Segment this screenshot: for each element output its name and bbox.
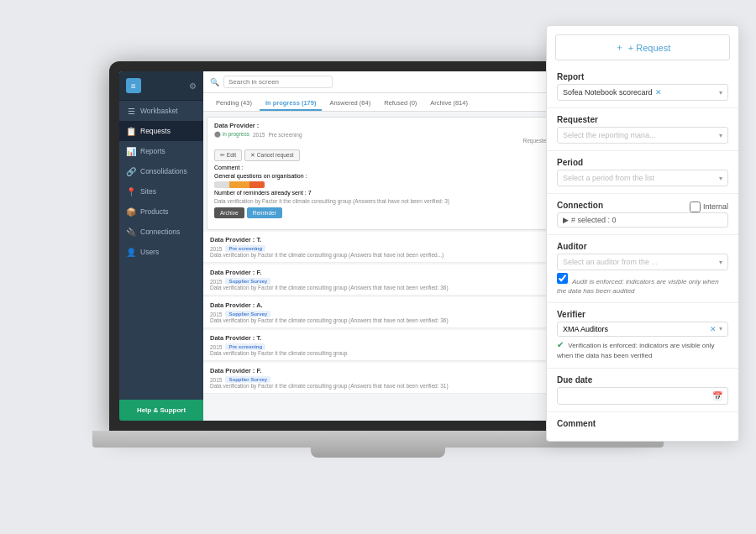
archive-button[interactable]: Archive <box>214 207 244 218</box>
gear-icon[interactable]: ⚙ <box>189 81 197 91</box>
request-title: Data Provider : <box>214 122 259 129</box>
chevron-down-icon: ▾ <box>719 132 722 139</box>
year: 2015 <box>210 344 222 350</box>
scene: ≡ ⚙ ☰ Workbasket 📋 Requests 📊 Reports <box>0 0 756 534</box>
connection-label: Connection <box>557 201 603 210</box>
sidebar-item-sites[interactable]: 📍 Sites <box>119 181 203 202</box>
sidebar-item-label: Products <box>140 207 169 216</box>
users-icon: 👤 <box>126 247 136 257</box>
audit-enforced-checkbox[interactable] <box>557 273 568 284</box>
connection-section: Connection Internal ▶ # selected : 0 <box>547 197 738 231</box>
divider <box>547 193 738 194</box>
check-icon: ✔ <box>557 340 564 349</box>
sidebar-item-requests[interactable]: 📋 Requests <box>119 121 203 141</box>
auditor-placeholder: Select an auditor from the ... <box>563 258 658 266</box>
chevron-down-icon: ▾ <box>719 89 722 97</box>
sidebar-item-label: Workbasket <box>140 107 178 115</box>
reports-icon: 📊 <box>126 146 136 156</box>
report-select[interactable]: Sofea Notebook scorecard ✕ ▾ <box>557 84 728 101</box>
divider <box>547 302 738 303</box>
sidebar-item-workbasket[interactable]: ☰ Workbasket <box>119 101 203 121</box>
tab-archive[interactable]: Archive (814) <box>424 97 474 111</box>
tab-answered[interactable]: Answered (64) <box>323 97 376 111</box>
period-select[interactable]: Select a period from the list ▾ <box>557 170 728 186</box>
prescreening-text: Pre screening <box>268 132 302 138</box>
divider <box>547 107 738 108</box>
requester-section: Requester Select the reporting mana... ▾ <box>547 112 738 147</box>
prescreening-badge: Supplier Survey <box>225 278 270 285</box>
prescreening-badge: Pre screening <box>225 245 265 252</box>
year: 2015 <box>253 132 265 138</box>
sites-icon: 📍 <box>126 186 136 196</box>
chevron-down-icon: ▾ <box>719 325 722 333</box>
connection-row: Connection Internal <box>557 201 728 212</box>
sidebar: ≡ ⚙ ☰ Workbasket 📋 Requests 📊 Reports <box>119 71 203 421</box>
internal-checkbox-row: Internal <box>690 202 728 212</box>
sidebar-item-reports[interactable]: 📊 Reports <box>119 141 203 161</box>
year: 2015 <box>210 246 222 252</box>
report-value: Sofea Notebook scorecard ✕ <box>563 88 662 97</box>
auditor-section: Auditor Select an auditor from the ... ▾… <box>547 238 738 299</box>
search-input[interactable] <box>223 76 333 88</box>
selected-count: # selected : 0 <box>571 216 617 224</box>
tab-refused[interactable]: Refused (0) <box>378 97 423 111</box>
question-label: General questions on organisation : <box>214 173 307 179</box>
segment-1 <box>214 181 229 188</box>
request-title: Data Provider : T. <box>210 236 261 243</box>
request-title: Data Provider : T. <box>210 334 261 342</box>
connections-icon: 🔌 <box>126 227 136 237</box>
status-inprogress: ⬤ in progress <box>214 131 249 138</box>
verifier-clear-icon[interactable]: ✕ <box>710 325 717 333</box>
prescreening-badge: Supplier Survey <box>225 376 270 383</box>
tab-pending[interactable]: Pending (43) <box>210 97 258 111</box>
sidebar-item-label: Sites <box>140 187 156 196</box>
consolidations-icon: 🔗 <box>126 166 136 176</box>
sidebar-item-label: Reports <box>140 147 165 155</box>
request-button-label: + Request <box>628 43 670 53</box>
prescreening-badge: Pre screening <box>225 343 265 350</box>
report-clear-icon[interactable]: ✕ <box>655 88 662 97</box>
comment-label: Comment : <box>214 165 243 170</box>
edit-button[interactable]: ✏ Edit <box>214 149 242 161</box>
verifier-note: ✔ Verification is enforced: indicators a… <box>557 339 728 360</box>
sidebar-logo: ≡ <box>126 78 141 93</box>
sidebar-item-label: Consolidations <box>140 167 187 175</box>
auditor-note: Audit is enforced: indicators are visibl… <box>557 273 728 296</box>
auditor-select[interactable]: Select an auditor from the ... ▾ <box>557 254 728 270</box>
verifier-select[interactable]: XMA Auditors ✕ ▾ <box>557 322 728 337</box>
period-section: Period Select a period from the list ▾ <box>547 154 738 190</box>
due-date-field[interactable]: 📅 <box>557 387 728 405</box>
sidebar-item-consolidations[interactable]: 🔗 Consolidations <box>119 161 203 181</box>
workbasket-icon: ☰ <box>126 106 136 116</box>
due-date-section: Due date 📅 <box>547 372 738 408</box>
auditor-label: Auditor <box>557 242 728 251</box>
divider <box>547 234 738 235</box>
sidebar-item-connections[interactable]: 🔌 Connections <box>119 222 203 242</box>
calendar-icon[interactable]: 📅 <box>712 391 722 400</box>
requester-select[interactable]: Select the reporting mana... ▾ <box>557 127 728 144</box>
prescreening-badge: Supplier Survey <box>225 311 270 317</box>
internal-checkbox[interactable] <box>690 202 701 212</box>
sidebar-item-label: Requests <box>140 127 171 135</box>
sidebar-item-users[interactable]: 👤 Users <box>119 242 203 262</box>
reminder-button[interactable]: Reminder <box>247 207 282 218</box>
sidebar-item-products[interactable]: 📦 Products <box>119 202 203 222</box>
help-support-button[interactable]: Help & Support <box>119 400 203 421</box>
due-date-label: Due date <box>557 375 728 385</box>
period-label: Period <box>557 158 728 167</box>
verifier-section: Verifier XMA Auditors ✕ ▾ ✔ Verification… <box>547 306 738 364</box>
chevron-down-icon: ▾ <box>719 175 722 182</box>
search-icon: 🔍 <box>210 78 219 86</box>
period-placeholder: Select a period from the list <box>563 174 654 182</box>
tab-inprogress[interactable]: In progress (179) <box>260 97 322 111</box>
internal-label: Internal <box>703 202 728 211</box>
request-title: Data Provider : F. <box>210 367 261 374</box>
connection-selected: ▶ # selected : 0 <box>557 212 728 228</box>
expand-icon[interactable]: ▶ <box>563 216 569 224</box>
cancel-request-button[interactable]: ✕ Cancel request <box>244 149 300 161</box>
verifier-label: Verifier <box>557 310 728 319</box>
requests-icon: 📋 <box>126 126 136 136</box>
report-label: Report <box>557 72 728 81</box>
segment-3 <box>249 181 265 188</box>
request-button[interactable]: ＋ + Request <box>555 34 730 60</box>
